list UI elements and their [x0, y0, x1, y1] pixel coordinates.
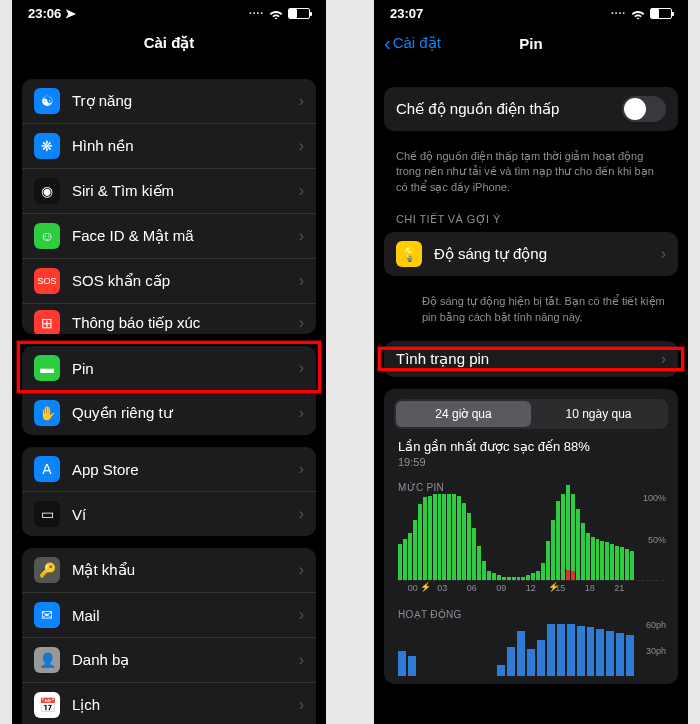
row-icon: A	[34, 456, 60, 482]
settings-row[interactable]: ❋Hình nền›	[22, 124, 316, 169]
level-bar	[413, 520, 417, 580]
row-icon: ▭	[34, 501, 60, 527]
settings-row[interactable]: SOSSOS khẩn cấp›	[22, 259, 316, 304]
row-icon: 👤	[34, 647, 60, 673]
autobright-row[interactable]: 💡 Độ sáng tự động ›	[384, 232, 678, 276]
level-bar	[497, 575, 501, 580]
ylabel-30ph: 30ph	[646, 646, 666, 656]
xtick: 21	[605, 583, 635, 593]
activity-bar	[537, 640, 545, 676]
xtick: 18	[575, 583, 605, 593]
level-bar	[457, 496, 461, 580]
level-bar	[576, 509, 580, 580]
level-bar	[472, 528, 476, 580]
activity-bar	[557, 624, 565, 676]
level-bar	[442, 494, 446, 580]
level-bar	[551, 520, 555, 580]
settings-row[interactable]: ▭Ví›	[22, 492, 316, 536]
battery-health-row[interactable]: Tình trạng pin ›	[384, 341, 678, 377]
xtick: 12	[516, 583, 546, 593]
bolt-icon: ⚡	[420, 582, 431, 592]
battery-level-chart: 100% 50% ⚡ ⚡	[398, 495, 664, 581]
low-power-toggle[interactable]	[622, 96, 666, 122]
chevron-right-icon: ›	[299, 651, 304, 669]
activity-bar	[527, 649, 535, 676]
row-icon: ☺	[34, 223, 60, 249]
chevron-right-icon: ›	[299, 137, 304, 155]
settings-row[interactable]: ☯Trợ năng›	[22, 79, 316, 124]
level-bar	[526, 575, 530, 580]
level-bar	[630, 551, 634, 580]
activity-bar	[596, 629, 604, 676]
seg-24h[interactable]: 24 giờ qua	[396, 401, 531, 427]
chevron-right-icon: ›	[299, 460, 304, 478]
settings-row[interactable]: ⊞Thông báo tiếp xúc›	[22, 304, 316, 334]
row-label: App Store	[72, 461, 299, 478]
row-label: Pin	[72, 360, 299, 377]
row-icon: ❋	[34, 133, 60, 159]
back-button[interactable]: ‹ Cài đặt	[384, 34, 441, 52]
chevron-right-icon: ›	[299, 561, 304, 579]
chevron-right-icon: ›	[299, 227, 304, 245]
level-bar	[620, 547, 624, 580]
row-label: Face ID & Mật mã	[72, 227, 299, 245]
level-bar	[615, 546, 619, 580]
left-phone: 23:06 ➤ ∙∙∙∙ Cài đặt ☯Trợ năng›❋Hình nền…	[12, 0, 326, 724]
chevron-right-icon: ›	[661, 350, 666, 368]
level-bar	[521, 577, 525, 580]
chevron-right-icon: ›	[299, 606, 304, 624]
low-power-row[interactable]: Chế độ nguồn điện thấp	[384, 87, 678, 131]
level-bar	[561, 494, 565, 580]
nav-header: Cài đặt	[12, 23, 326, 63]
activity-bar	[507, 647, 515, 676]
activity-bar	[517, 631, 525, 676]
settings-row[interactable]: AApp Store›	[22, 447, 316, 492]
settings-group-4: 🔑Mật khẩu›✉Mail›👤Danh bạ›📅Lịch›📝Ghi chú›	[22, 548, 316, 724]
row-icon: ✋	[34, 400, 60, 426]
autobright-group: 💡 Độ sáng tự động ›	[384, 232, 678, 276]
wifi-icon	[269, 9, 283, 19]
chevron-right-icon: ›	[299, 696, 304, 714]
level-bar	[438, 494, 442, 580]
chevron-right-icon: ›	[299, 182, 304, 200]
location-icon: ➤	[65, 6, 76, 21]
xtick: 06	[457, 583, 487, 593]
settings-row[interactable]: 📅Lịch›	[22, 683, 316, 724]
settings-row[interactable]: ✋Quyền riêng tư›	[22, 391, 316, 435]
settings-row[interactable]: ◉Siri & Tìm kiếm›	[22, 169, 316, 214]
row-label: Mật khẩu	[72, 561, 299, 579]
level-bar	[536, 571, 540, 580]
level-bar	[462, 503, 466, 580]
activity-bar	[577, 626, 585, 676]
row-label: Siri & Tìm kiếm	[72, 182, 299, 200]
level-bar	[625, 549, 629, 580]
level-bar	[452, 494, 456, 580]
right-phone: 23:07 ∙∙∙∙ ‹ Cài đặt Pin Chế độ nguồn đi…	[374, 0, 688, 724]
seg-10d[interactable]: 10 ngày qua	[531, 401, 666, 427]
level-bar	[492, 573, 496, 580]
settings-row[interactable]: ▬Pin›	[22, 346, 316, 391]
row-label: Mail	[72, 607, 299, 624]
level-bar	[408, 533, 412, 580]
level-bar	[581, 523, 585, 580]
xtick: 09	[487, 583, 517, 593]
time-range-segmented[interactable]: 24 giờ qua 10 ngày qua	[394, 399, 668, 429]
settings-row[interactable]: 👤Danh bạ›	[22, 638, 316, 683]
level-bar	[512, 577, 516, 580]
level-bar	[556, 501, 560, 580]
settings-row[interactable]: 🔑Mật khẩu›	[22, 548, 316, 593]
row-icon: ✉	[34, 602, 60, 628]
settings-row[interactable]: ✉Mail›	[22, 593, 316, 638]
status-bar: 23:07 ∙∙∙∙	[374, 0, 688, 23]
level-bar	[447, 494, 451, 580]
level-bar	[531, 573, 535, 580]
level-bar	[541, 563, 545, 580]
activity-bar	[587, 627, 595, 676]
chevron-right-icon: ›	[299, 272, 304, 290]
row-icon: 📅	[34, 692, 60, 718]
status-bar: 23:06 ➤ ∙∙∙∙	[12, 0, 326, 23]
level-bar	[507, 577, 511, 580]
clock: 23:07	[390, 6, 423, 21]
settings-row[interactable]: ☺Face ID & Mật mã›	[22, 214, 316, 259]
level-bar	[586, 533, 590, 580]
